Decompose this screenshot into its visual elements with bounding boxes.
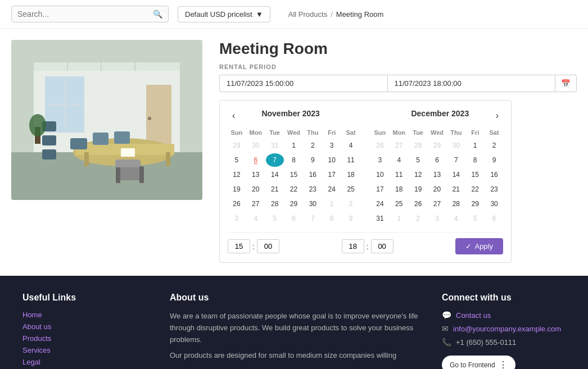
cal-day[interactable]: 20 (247, 183, 265, 196)
footer-link-home[interactable]: Home (22, 311, 147, 319)
cal-day[interactable]: 3 (323, 139, 341, 152)
cal-day[interactable]: 11 (390, 168, 408, 181)
time-end-hours[interactable] (342, 239, 364, 253)
pricelist-button[interactable]: Default USD pricelist ▼ (178, 6, 270, 22)
cal-day[interactable]: 28 (409, 139, 427, 152)
cal-day[interactable]: 21 (447, 183, 465, 196)
apply-button[interactable]: ✓ Apply (455, 238, 503, 254)
cal-day-6[interactable]: 6 (247, 153, 265, 167)
cal-day[interactable]: 29 (228, 139, 246, 152)
cal-day[interactable]: 4 (247, 212, 265, 225)
cal-day[interactable]: 31 (266, 139, 284, 152)
cal-day[interactable]: 17 (323, 168, 341, 181)
footer-link-about[interactable]: About us (22, 322, 147, 331)
cal-day[interactable]: 28 (266, 197, 284, 211)
cal-day[interactable]: 17 (371, 183, 389, 196)
cal-day[interactable]: 24 (371, 197, 389, 211)
cal-day[interactable]: 2 (485, 139, 503, 152)
cal-day[interactable]: 10 (371, 168, 389, 181)
cal-day[interactable]: 12 (409, 168, 427, 181)
footer-link-products[interactable]: Products (22, 334, 147, 343)
date-end-input[interactable] (387, 75, 556, 92)
cal-day[interactable]: 30 (247, 139, 265, 152)
cal-day[interactable]: 6 (428, 153, 446, 167)
cal-day[interactable]: 8 (323, 212, 341, 225)
cal-day[interactable]: 23 (304, 183, 322, 196)
footer-link-services[interactable]: Services (22, 346, 147, 354)
email-link[interactable]: info@yourcompany.example.com (453, 325, 561, 333)
cal-day[interactable]: 14 (266, 168, 284, 181)
search-input[interactable] (17, 10, 153, 19)
cal-day[interactable]: 26 (409, 197, 427, 211)
time-start-minutes[interactable] (257, 239, 279, 253)
cal-day[interactable]: 27 (247, 197, 265, 211)
footer-link-legal[interactable]: Legal (22, 358, 147, 366)
breadcrumb-all-products[interactable]: All Products (288, 10, 327, 19)
cal-day[interactable]: 15 (466, 168, 484, 181)
cal-day[interactable]: 9 (342, 212, 360, 225)
cal-day[interactable]: 19 (228, 183, 246, 196)
calendar-prev-button[interactable]: ‹ (228, 108, 239, 123)
cal-day[interactable]: 1 (285, 139, 303, 152)
time-end-minutes[interactable] (371, 239, 393, 253)
cal-day[interactable]: 30 (485, 197, 503, 211)
cal-day[interactable]: 21 (266, 183, 284, 196)
cal-day[interactable]: 23 (485, 183, 503, 196)
cal-day[interactable]: 30 (447, 139, 465, 152)
cal-day[interactable]: 13 (247, 168, 265, 181)
cal-day[interactable]: 4 (342, 139, 360, 152)
cal-day[interactable]: 6 (485, 212, 503, 225)
cal-day[interactable]: 22 (285, 183, 303, 196)
cal-day[interactable]: 20 (428, 183, 446, 196)
cal-day[interactable]: 26 (228, 197, 246, 211)
cal-day[interactable]: 8 (466, 153, 484, 167)
cal-day[interactable]: 9 (485, 153, 503, 167)
cal-day[interactable]: 26 (371, 139, 389, 152)
cal-day[interactable]: 1 (466, 139, 484, 152)
cal-day[interactable]: 16 (304, 168, 322, 181)
date-start-input[interactable] (219, 75, 387, 92)
cal-day[interactable]: 18 (390, 183, 408, 196)
cal-day[interactable]: 2 (409, 212, 427, 225)
cal-day[interactable]: 24 (323, 183, 341, 196)
cal-day[interactable]: 18 (342, 168, 360, 181)
cal-day[interactable]: 22 (466, 183, 484, 196)
cal-day[interactable]: 7 (447, 153, 465, 167)
cal-day[interactable]: 7 (304, 212, 322, 225)
search-box[interactable]: 🔍 (11, 6, 169, 22)
cal-day[interactable]: 2 (304, 139, 322, 152)
cal-day[interactable]: 27 (390, 139, 408, 152)
cal-day[interactable]: 5 (466, 212, 484, 225)
go-frontend-button[interactable]: Go to Frontend ⋮ (442, 356, 515, 369)
cal-day[interactable]: 19 (409, 183, 427, 196)
cal-day[interactable]: 4 (390, 153, 408, 167)
cal-day[interactable]: 1 (323, 197, 341, 211)
cal-day[interactable]: 9 (304, 153, 322, 167)
cal-day[interactable]: 25 (390, 197, 408, 211)
cal-day[interactable]: 14 (447, 168, 465, 181)
calendar-next-button[interactable]: › (491, 108, 503, 123)
cal-day[interactable]: 6 (285, 212, 303, 225)
cal-day[interactable]: 29 (428, 139, 446, 152)
cal-day[interactable]: 5 (409, 153, 427, 167)
cal-day[interactable]: 3 (428, 212, 446, 225)
cal-day[interactable]: 16 (485, 168, 503, 181)
cal-day[interactable]: 28 (447, 197, 465, 211)
cal-day[interactable]: 5 (266, 212, 284, 225)
cal-day[interactable]: 29 (285, 197, 303, 211)
time-start-hours[interactable] (228, 239, 250, 253)
cal-day[interactable]: 8 (285, 153, 303, 167)
cal-day[interactable]: 13 (428, 168, 446, 181)
cal-day[interactable]: 5 (228, 153, 246, 167)
cal-day[interactable]: 1 (390, 212, 408, 225)
cal-day[interactable]: 29 (466, 197, 484, 211)
cal-day[interactable]: 27 (428, 197, 446, 211)
cal-day[interactable]: 2 (342, 197, 360, 211)
cal-day[interactable]: 12 (228, 168, 246, 181)
cal-day[interactable]: 11 (342, 153, 360, 167)
cal-day[interactable]: 15 (285, 168, 303, 181)
cal-day[interactable]: 30 (304, 197, 322, 211)
cal-day[interactable]: 25 (342, 183, 360, 196)
cal-day[interactable]: 4 (447, 212, 465, 225)
cal-day[interactable]: 31 (371, 212, 389, 225)
